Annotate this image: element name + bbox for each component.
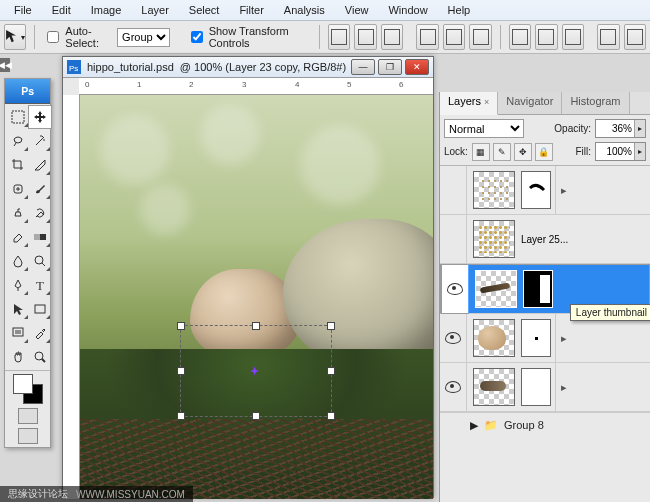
ruler-horizontal[interactable]: 0 1 2 3 4 5 6: [79, 78, 433, 95]
path-selection-tool[interactable]: [6, 297, 30, 321]
healing-brush-tool[interactable]: [6, 177, 30, 201]
transform-handle-tl[interactable]: [177, 322, 185, 330]
layer-row[interactable]: ▸: [440, 314, 650, 363]
layer-visibility-toggle[interactable]: [440, 215, 467, 263]
transform-handle-ml[interactable]: [177, 367, 185, 375]
foreground-color[interactable]: [13, 374, 33, 394]
layer-visibility-toggle[interactable]: [440, 363, 467, 411]
distribute-h-centers[interactable]: [624, 24, 646, 50]
transform-handle-mr[interactable]: [327, 367, 335, 375]
eraser-tool[interactable]: [6, 225, 30, 249]
transform-handle-bl[interactable]: [177, 412, 185, 420]
layer-thumbnail[interactable]: [473, 319, 515, 357]
layer-row-selected[interactable]: Layer thumbnail: [440, 264, 650, 314]
chevron-right-icon[interactable]: ▸: [555, 363, 572, 411]
lock-pixels[interactable]: ✎: [493, 143, 511, 161]
ruler-vertical[interactable]: [63, 95, 80, 499]
move-tool[interactable]: [28, 105, 52, 129]
tab-layers[interactable]: Layers×: [440, 92, 498, 115]
distribute-bottom[interactable]: [562, 24, 584, 50]
layer-thumbnail[interactable]: [473, 220, 515, 258]
pen-tool[interactable]: [6, 273, 30, 297]
blend-mode-select[interactable]: Normal: [444, 119, 524, 138]
fill-arrow-icon[interactable]: ▸: [634, 143, 645, 160]
history-brush-tool[interactable]: [28, 201, 52, 225]
quick-mask-toggle[interactable]: [18, 408, 38, 424]
distribute-top[interactable]: [509, 24, 531, 50]
layer-row[interactable]: ▸: [440, 166, 650, 215]
chevron-right-icon[interactable]: ▸: [555, 314, 572, 362]
magic-wand-tool[interactable]: [28, 129, 52, 153]
close-button[interactable]: ✕: [405, 59, 429, 75]
distribute-left[interactable]: [597, 24, 619, 50]
document-titlebar[interactable]: Ps hippo_tutorial.psd @ 100% (Layer 23 c…: [63, 57, 433, 78]
transform-bounding-box[interactable]: ✦: [180, 325, 332, 417]
menu-filter[interactable]: Filter: [229, 2, 273, 18]
align-left-edges[interactable]: [416, 24, 438, 50]
menu-help[interactable]: Help: [438, 2, 481, 18]
canvas[interactable]: ✦: [80, 95, 433, 499]
layer-thumbnail[interactable]: [475, 270, 517, 308]
opacity-arrow-icon[interactable]: ▸: [634, 120, 645, 137]
maximize-button[interactable]: ❐: [378, 59, 402, 75]
marquee-tool[interactable]: [6, 105, 30, 129]
clone-stamp-tool[interactable]: [6, 201, 30, 225]
distribute-v-centers[interactable]: [535, 24, 557, 50]
lock-transparency[interactable]: ▦: [472, 143, 490, 161]
layer-row[interactable]: ▸: [440, 363, 650, 412]
menu-file[interactable]: File: [4, 2, 42, 18]
layer-thumbnail[interactable]: [473, 368, 515, 406]
transform-handle-tc[interactable]: [252, 322, 260, 330]
layer-mask-thumbnail[interactable]: [521, 171, 551, 209]
transform-handle-tr[interactable]: [327, 322, 335, 330]
lasso-tool[interactable]: [6, 129, 30, 153]
dock-expand-handle[interactable]: ◀◀: [0, 58, 10, 72]
crop-tool[interactable]: [6, 153, 30, 177]
minimize-button[interactable]: —: [351, 59, 375, 75]
align-bottom-edges[interactable]: [381, 24, 403, 50]
gradient-tool[interactable]: [28, 225, 52, 249]
hand-tool[interactable]: [6, 345, 30, 369]
lock-position[interactable]: ✥: [514, 143, 532, 161]
transform-reference-point[interactable]: ✦: [250, 365, 262, 377]
layer-mask-thumbnail[interactable]: [521, 368, 551, 406]
tab-histogram[interactable]: Histogram: [562, 92, 629, 114]
disclosure-triangle-icon[interactable]: ▶: [470, 419, 478, 432]
dodge-tool[interactable]: [28, 249, 52, 273]
slice-tool[interactable]: [28, 153, 52, 177]
tab-navigator[interactable]: Navigator: [498, 92, 562, 114]
align-horizontal-centers[interactable]: [443, 24, 465, 50]
layer-visibility-toggle[interactable]: [440, 166, 467, 214]
align-right-edges[interactable]: [469, 24, 491, 50]
notes-tool[interactable]: [6, 321, 30, 345]
screen-mode-toggle[interactable]: [18, 428, 38, 444]
opacity-field[interactable]: ▸: [595, 119, 646, 138]
auto-select-checkbox[interactable]: Auto-Select:: [43, 25, 113, 49]
align-vertical-centers[interactable]: [354, 24, 376, 50]
layer-thumbnail[interactable]: [473, 171, 515, 209]
lock-all[interactable]: 🔒: [535, 143, 553, 161]
move-tool-preset-picker[interactable]: ▾: [4, 24, 26, 50]
transform-handle-br[interactable]: [327, 412, 335, 420]
shape-tool[interactable]: [28, 297, 52, 321]
type-tool[interactable]: T: [28, 273, 52, 297]
layer-row[interactable]: Layer 25...: [440, 215, 650, 264]
fill-field[interactable]: ▸: [595, 142, 646, 161]
layer-mask-thumbnail[interactable]: [523, 270, 553, 308]
menu-view[interactable]: View: [335, 2, 379, 18]
brush-tool[interactable]: [28, 177, 52, 201]
align-top-edges[interactable]: [328, 24, 350, 50]
blur-tool[interactable]: [6, 249, 30, 273]
layer-visibility-toggle[interactable]: [440, 314, 467, 362]
menu-image[interactable]: Image: [81, 2, 132, 18]
transform-handle-bc[interactable]: [252, 412, 260, 420]
auto-select-target[interactable]: Group: [117, 28, 170, 47]
menu-layer[interactable]: Layer: [131, 2, 179, 18]
menu-edit[interactable]: Edit: [42, 2, 81, 18]
chevron-right-icon[interactable]: ▸: [555, 166, 572, 214]
menu-analysis[interactable]: Analysis: [274, 2, 335, 18]
zoom-tool[interactable]: [28, 345, 52, 369]
layer-mask-thumbnail[interactable]: [521, 319, 551, 357]
layer-visibility-toggle[interactable]: [441, 264, 469, 314]
show-transform-checkbox[interactable]: Show Transform Controls: [187, 25, 312, 49]
